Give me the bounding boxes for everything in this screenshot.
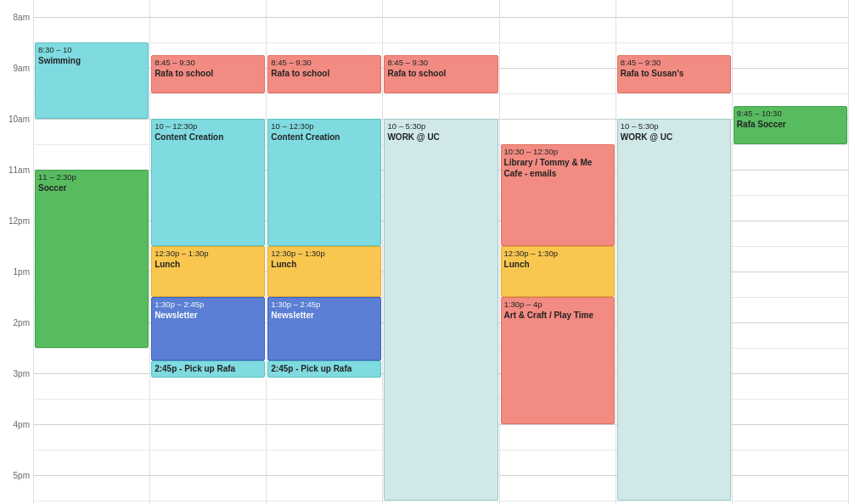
half-hour-line <box>34 501 149 501</box>
event-time-label: 11 – 2:30p <box>38 172 145 182</box>
hour-line <box>34 373 149 374</box>
half-hour-line <box>616 501 732 501</box>
hour-line <box>34 119 149 120</box>
half-hour-line <box>616 93 732 94</box>
event-time-label: 10:30 – 12:30p <box>504 147 611 157</box>
event-title: WORK @ UC <box>387 132 494 143</box>
half-hour-line <box>383 42 498 43</box>
hour-line <box>500 68 616 69</box>
event-time-label: 8:45 – 9:30 <box>621 58 728 68</box>
half-hour-line <box>733 42 848 43</box>
event-time-label: 12:30p – 1:30p <box>155 249 261 259</box>
hour-line <box>500 119 616 120</box>
half-hour-line <box>34 348 149 349</box>
time-label-1pm: 1pm <box>14 267 30 277</box>
event-w2[interactable]: 10 – 5:30pWORK @ UC <box>384 119 498 501</box>
event-title: 2:45p - Pick up Rafa <box>271 363 378 374</box>
event-s2[interactable]: 11 – 2:30pSoccer <box>35 170 149 348</box>
event-time-label: 8:45 – 9:30 <box>271 58 378 68</box>
hour-line <box>733 475 848 476</box>
day-column-thursday: 10:30 – 12:30pLibrary / Tommy & Me Cafe … <box>500 0 616 504</box>
event-m2[interactable]: 10 – 12:30pContent Creation <box>151 119 265 246</box>
event-time-label: 8:30 – 10 <box>38 45 145 55</box>
half-hour-line <box>733 93 848 94</box>
event-time-label: 10 – 5:30p <box>621 121 728 132</box>
event-m1[interactable]: 8:45 – 9:30Rafa to school <box>151 55 265 93</box>
event-m3[interactable]: 12:30p – 1:30pLunch <box>151 246 265 297</box>
day-column-wednesday: 8:45 – 9:30Rafa to school10 – 5:30pWORK … <box>383 0 499 504</box>
event-time-label: 1:30p – 2:45p <box>271 300 378 310</box>
event-t3[interactable]: 12:30p – 1:30pLunch <box>267 246 381 297</box>
event-title: Newsletter <box>155 310 261 321</box>
hour-line <box>616 17 732 18</box>
hour-line <box>34 17 149 18</box>
event-f1[interactable]: 8:45 – 9:30Rafa to Susan's <box>617 55 731 93</box>
half-hour-line <box>733 399 848 400</box>
event-title: Rafa to school <box>271 68 378 79</box>
event-m4[interactable]: 1:30p – 2:45pNewsletter <box>151 297 265 361</box>
time-label-10am: 10am <box>8 115 30 124</box>
hour-line <box>267 424 382 425</box>
event-title: Library / Tommy & Me Cafe - emails <box>504 157 611 179</box>
days-container: 8:30 – 10Swimming11 – 2:30pSoccer6p - GN… <box>34 0 849 504</box>
event-th3[interactable]: 1:30p – 4pArt & Craft / Play Time <box>501 297 615 424</box>
half-hour-line <box>34 399 149 400</box>
event-s1[interactable]: 8:30 – 10Swimming <box>35 42 149 119</box>
event-m5[interactable]: 2:45p - Pick up Rafa <box>151 361 265 378</box>
half-hour-line <box>267 93 382 94</box>
hour-line <box>733 221 848 221</box>
event-t1[interactable]: 8:45 – 9:30Rafa to school <box>267 55 381 93</box>
event-th1[interactable]: 10:30 – 12:30pLibrary / Tommy & Me Cafe … <box>501 144 615 246</box>
hour-line <box>34 424 149 425</box>
event-title: Content Creation <box>155 132 261 143</box>
event-title: Rafa Soccer <box>737 119 844 130</box>
hour-line <box>267 475 382 476</box>
half-hour-line <box>267 399 382 400</box>
half-hour-line <box>733 348 848 349</box>
event-t2[interactable]: 10 – 12:30pContent Creation <box>267 119 381 246</box>
day-column-sunday: 8:30 – 10Swimming11 – 2:30pSoccer6p - GN… <box>34 0 150 504</box>
hour-line <box>733 272 848 272</box>
hour-line <box>733 322 848 323</box>
day-column-tuesday: 8:45 – 9:30Rafa to school10 – 12:30pCont… <box>267 0 383 504</box>
half-hour-line <box>150 399 266 400</box>
hour-line <box>733 373 848 374</box>
time-column: 8am9am10am11am12pm1pm2pm3pm4pm5pm6pm7pm8… <box>0 0 34 504</box>
event-time-label: 10 – 12:30p <box>271 121 378 132</box>
hour-line <box>733 17 848 18</box>
event-w1[interactable]: 8:45 – 9:30Rafa to school <box>384 55 498 93</box>
half-hour-line <box>500 450 616 451</box>
hour-line <box>150 475 266 476</box>
hour-line <box>34 475 149 476</box>
day-column-monday: 8:45 – 9:30Rafa to school10 – 12:30pCont… <box>150 0 267 504</box>
event-title: Soccer <box>38 182 145 193</box>
half-hour-line <box>150 93 266 94</box>
event-title: Newsletter <box>271 310 378 321</box>
event-th2[interactable]: 12:30p – 1:30pLunch <box>501 246 615 297</box>
half-hour-line <box>267 501 382 501</box>
half-hour-line <box>383 501 498 501</box>
event-time-label: 10 – 12:30p <box>155 121 261 132</box>
hour-line <box>267 17 382 18</box>
half-hour-line <box>150 450 266 451</box>
time-label-3pm: 3pm <box>14 369 30 378</box>
event-t4[interactable]: 1:30p – 2:45pNewsletter <box>267 297 381 361</box>
event-time-label: 12:30p – 1:30p <box>271 249 378 259</box>
event-title: Rafa to Susan's <box>621 68 728 79</box>
calendar-container: 8am9am10am11am12pm1pm2pm3pm4pm5pm6pm7pm8… <box>0 0 849 504</box>
time-label-9am: 9am <box>14 64 30 73</box>
hour-line <box>150 424 266 425</box>
event-sa1[interactable]: 9:45 – 10:30Rafa Soccer <box>734 106 847 144</box>
half-hour-line <box>267 450 382 451</box>
time-label-2pm: 2pm <box>14 318 30 328</box>
event-f2[interactable]: 10 – 5:30pWORK @ UC <box>617 119 731 501</box>
event-title: 2:45p - Pick up Rafa <box>155 363 261 374</box>
half-hour-line <box>383 93 498 94</box>
hour-line <box>733 424 848 425</box>
half-hour-line <box>267 42 382 43</box>
hour-line <box>150 17 266 18</box>
time-label-8am: 8am <box>14 13 30 22</box>
event-t5[interactable]: 2:45p - Pick up Rafa <box>267 361 381 378</box>
event-title: Lunch <box>271 259 378 270</box>
event-title: Lunch <box>504 259 611 270</box>
